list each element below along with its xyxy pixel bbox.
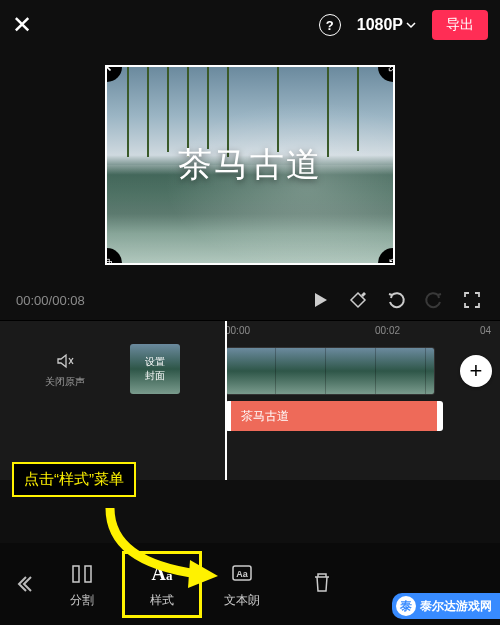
help-icon[interactable]: ? — [319, 14, 341, 36]
watermark-text: 泰尔达游戏网 — [420, 598, 492, 615]
title-text[interactable]: 茶马古道 — [178, 142, 322, 188]
resolution-label: 1080P — [357, 16, 403, 34]
mute-label: 关闭原声 — [0, 375, 130, 389]
decorative-image — [127, 65, 129, 157]
svg-rect-2 — [73, 566, 79, 582]
edit-handle[interactable] — [378, 65, 395, 82]
tutorial-arrow — [90, 502, 230, 592]
time-display: 00:00/00:08 — [16, 293, 85, 308]
keyframe-icon[interactable] — [346, 288, 370, 312]
tool-split-label: 分割 — [70, 592, 94, 609]
back-chevron-icon[interactable] — [6, 559, 42, 609]
playhead[interactable] — [225, 321, 227, 480]
text-clip[interactable]: 茶马古道 — [225, 401, 443, 431]
undo-icon[interactable] — [384, 288, 408, 312]
tutorial-hint: 点击“样式”菜单 — [12, 462, 136, 497]
tool-style-label: 样式 — [150, 592, 174, 609]
delete-handle[interactable] — [105, 65, 122, 82]
close-icon[interactable]: ✕ — [12, 11, 32, 39]
svg-text:Aa: Aa — [236, 569, 248, 579]
header: ✕ ? 1080P 导出 — [0, 0, 500, 50]
fullscreen-icon[interactable] — [460, 288, 484, 312]
rotate-handle[interactable] — [378, 248, 395, 265]
svg-rect-1 — [106, 262, 112, 266]
watermark-badge: 泰 泰尔达游戏网 — [392, 593, 500, 619]
chevron-down-icon — [406, 20, 416, 30]
timeline[interactable]: 00:00 00:02 04 关闭原声 设置 封面 + 茶马古道 — [0, 320, 500, 480]
text-overlay-frame[interactable]: 茶马古道 — [105, 65, 395, 265]
tts-icon: Aa — [229, 560, 255, 588]
svg-rect-0 — [105, 259, 109, 265]
trash-icon — [310, 568, 334, 596]
mute-icon[interactable] — [53, 349, 77, 373]
preview-area: 茶马古道 — [0, 50, 500, 280]
redo-icon[interactable] — [422, 288, 446, 312]
tool-delete[interactable] — [282, 562, 362, 606]
add-clip-button[interactable]: + — [460, 355, 492, 387]
resolution-select[interactable]: 1080P — [357, 16, 416, 34]
export-button[interactable]: 导出 — [432, 10, 488, 40]
time-ruler: 00:00 00:02 04 — [0, 321, 500, 343]
video-clip[interactable] — [225, 347, 435, 395]
copy-handle[interactable] — [105, 248, 122, 265]
text-clip-label: 茶马古道 — [241, 408, 289, 425]
playbar: 00:00/00:08 — [0, 280, 500, 320]
watermark-logo-icon: 泰 — [396, 596, 416, 616]
set-cover-button[interactable]: 设置 封面 — [130, 344, 180, 394]
tool-tts-label: 文本朗 — [224, 592, 260, 609]
play-icon[interactable] — [308, 288, 332, 312]
